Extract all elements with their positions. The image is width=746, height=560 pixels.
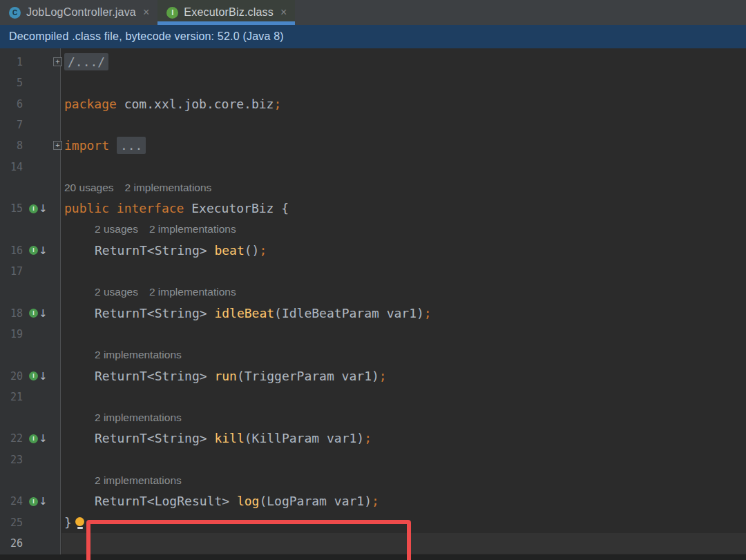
usages-hint[interactable]: 20 usages2 implementations bbox=[64, 177, 222, 198]
code-segment-plain bbox=[109, 138, 117, 153]
code-row: 8+import ... bbox=[0, 135, 746, 156]
usages-hint[interactable]: 2 usages2 implementations bbox=[95, 282, 247, 302]
code-segment-plain: ExecutorBiz { bbox=[184, 201, 289, 215]
usages-hint[interactable]: 2 usages2 implementations bbox=[95, 219, 247, 240]
hint-row: 2 usages2 implementations bbox=[0, 219, 746, 240]
line-number: 23 bbox=[0, 450, 23, 470]
code-text: ReturnT<LogResult> log(LogParam var1); bbox=[95, 491, 379, 512]
editor-tab-bar: C JobLogController.java × I ExecutorBiz.… bbox=[0, 0, 746, 25]
code-segment-method: log bbox=[237, 494, 260, 508]
code-text: ReturnT<String> idleBeat(IdleBeatParam v… bbox=[95, 303, 432, 324]
line-number bbox=[0, 345, 23, 365]
code-row: 18I↓ReturnT<String> idleBeat(IdleBeatPar… bbox=[0, 303, 746, 324]
hint-chunk[interactable]: 2 implementations bbox=[95, 349, 182, 360]
line-number bbox=[0, 407, 23, 428]
code-segment-plain: ReturnT<String> bbox=[95, 306, 214, 320]
line-number bbox=[0, 177, 23, 198]
code-segment-plain: (IdleBeatParam var1) bbox=[274, 306, 424, 320]
close-tab-icon[interactable]: × bbox=[143, 7, 149, 18]
line-number: 18 bbox=[0, 303, 23, 324]
line-number: 20 bbox=[0, 366, 23, 387]
code-segment-kw: ; bbox=[424, 306, 432, 320]
close-tab-icon[interactable]: × bbox=[280, 7, 287, 18]
code-segment-kw: ; bbox=[259, 243, 267, 258]
implementations-gutter-icon[interactable]: I↓ bbox=[29, 434, 48, 443]
code-row: 24I↓ReturnT<LogResult> log(LogParam var1… bbox=[0, 491, 746, 512]
implementations-gutter-icon[interactable]: I↓ bbox=[29, 496, 48, 506]
line-number: 24 bbox=[0, 491, 23, 512]
down-arrow-icon: ↓ bbox=[39, 434, 48, 443]
hint-chunk[interactable]: 2 implementations bbox=[149, 223, 236, 235]
code-segment-folded: /.../ bbox=[64, 53, 108, 70]
down-arrow-icon: ↓ bbox=[39, 204, 48, 213]
hint-chunk[interactable]: 2 usages bbox=[95, 223, 138, 235]
fold-expand-icon[interactable]: + bbox=[53, 141, 62, 150]
hint-chunk[interactable]: 2 implementations bbox=[149, 286, 236, 298]
line-number: 19 bbox=[0, 324, 23, 345]
line-number bbox=[0, 470, 23, 491]
usages-hint[interactable]: 2 implementations bbox=[95, 407, 193, 428]
line-number bbox=[0, 219, 23, 240]
interface-marker-circle: I bbox=[29, 309, 38, 318]
intention-bulb-icon[interactable] bbox=[75, 517, 85, 530]
code-row: 20I↓ReturnT<String> run(TriggerParam var… bbox=[0, 366, 746, 387]
code-segment-plain: ReturnT<String> bbox=[95, 431, 214, 445]
hint-row: 20 usages2 implementations bbox=[0, 177, 746, 198]
code-segment-kw: ; bbox=[372, 494, 379, 508]
code-segment-plain: ReturnT<LogResult> bbox=[95, 494, 237, 508]
line-number: 7 bbox=[0, 115, 23, 135]
line-number bbox=[0, 282, 23, 302]
line-number: 8 bbox=[0, 135, 23, 156]
hint-chunk[interactable]: 2 implementations bbox=[95, 474, 182, 486]
down-arrow-icon: ↓ bbox=[39, 371, 48, 381]
usages-hint[interactable]: 2 implementations bbox=[95, 470, 193, 491]
code-segment-method: run bbox=[214, 369, 237, 383]
code-row: 15I↓public interface ExecutorBiz { bbox=[0, 198, 746, 219]
code-segment-method: beat bbox=[214, 243, 244, 258]
hint-chunk[interactable]: 20 usages bbox=[64, 182, 114, 193]
code-editor[interactable]: 1+/.../56package com.xxl.job.core.biz;78… bbox=[0, 48, 746, 560]
interface-marker-circle: I bbox=[29, 497, 38, 506]
line-number: 26 bbox=[0, 533, 23, 554]
line-number: 16 bbox=[0, 240, 23, 261]
fold-expand-icon[interactable]: + bbox=[53, 57, 62, 66]
usages-hint[interactable]: 2 implementations bbox=[95, 345, 193, 365]
code-segment-kw: ; bbox=[364, 431, 372, 445]
code-text: package com.xxl.job.core.biz; bbox=[64, 94, 281, 115]
code-segment-plain: (LogParam var1) bbox=[259, 494, 372, 508]
code-row: 6package com.xxl.job.core.biz; bbox=[0, 94, 746, 115]
hint-chunk[interactable]: 2 implementations bbox=[125, 182, 212, 193]
implementations-gutter-icon[interactable]: I↓ bbox=[29, 371, 48, 381]
code-text: ReturnT<String> kill(KillParam var1); bbox=[95, 428, 372, 449]
code-row: 16I↓ReturnT<String> beat(); bbox=[0, 240, 746, 261]
hint-row: 2 implementations bbox=[0, 407, 746, 428]
code-text: public interface ExecutorBiz { bbox=[64, 198, 289, 219]
tab-executorbiz[interactable]: I ExecutorBiz.class × bbox=[157, 0, 295, 25]
bulb-base bbox=[77, 527, 83, 529]
ide-window: C JobLogController.java × I ExecutorBiz.… bbox=[0, 0, 746, 560]
code-segment-plain: ReturnT<String> bbox=[95, 243, 214, 258]
class-file-icon: C bbox=[9, 7, 21, 19]
code-row: 7 bbox=[0, 115, 746, 135]
tab-joblogcontroller[interactable]: C JobLogController.java × bbox=[0, 0, 157, 25]
interface-marker-circle: I bbox=[29, 246, 38, 255]
code-text: } bbox=[64, 512, 85, 533]
code-segment-folded: ... bbox=[117, 137, 146, 154]
code-segment-method: kill bbox=[214, 431, 244, 445]
code-row: 23 bbox=[0, 450, 746, 470]
down-arrow-icon: ↓ bbox=[39, 246, 48, 255]
implementations-gutter-icon[interactable]: I↓ bbox=[29, 246, 48, 255]
code-row: 5 bbox=[0, 73, 746, 93]
implementations-gutter-icon[interactable]: I↓ bbox=[29, 204, 48, 213]
editor-bottom-edge bbox=[0, 554, 746, 560]
hint-chunk[interactable]: 2 usages bbox=[95, 286, 138, 298]
hint-row: 2 implementations bbox=[0, 345, 746, 365]
hint-chunk[interactable]: 2 implementations bbox=[95, 412, 182, 423]
code-text: ReturnT<String> run(TriggerParam var1); bbox=[95, 366, 387, 387]
code-segment-kw: public interface bbox=[64, 201, 184, 215]
hint-row: 2 implementations bbox=[0, 470, 746, 491]
line-number: 22 bbox=[0, 428, 23, 449]
implementations-gutter-icon[interactable]: I↓ bbox=[29, 309, 48, 318]
line-number: 6 bbox=[0, 94, 23, 115]
code-row: 26 bbox=[0, 533, 746, 554]
